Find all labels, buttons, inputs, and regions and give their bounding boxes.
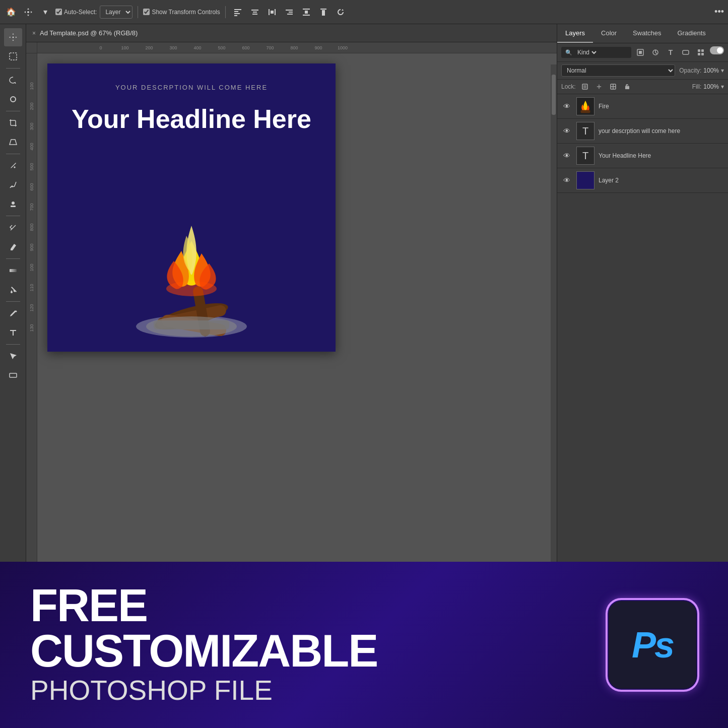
ruler-mark-800: 800 bbox=[282, 45, 306, 50]
filter-kind-select[interactable]: Kind bbox=[575, 48, 598, 56]
layer-item-description[interactable]: 👁 T your descrption will come here bbox=[557, 119, 728, 144]
layer-thumbnail-description: T bbox=[576, 122, 594, 140]
autoselect-label[interactable]: Auto-Select: bbox=[55, 9, 97, 16]
promo-customizable-text: CUSTOMIZABLE bbox=[30, 628, 587, 674]
layers-filter-row: 🔍 Kind T bbox=[557, 43, 728, 62]
crop-tool[interactable] bbox=[4, 114, 22, 132]
tab-color[interactable]: Color bbox=[593, 24, 625, 43]
path-selection-tool[interactable] bbox=[4, 347, 22, 365]
tab-swatches[interactable]: Swatches bbox=[625, 24, 669, 43]
layer-visibility-headline[interactable]: 👁 bbox=[561, 150, 572, 161]
lock-all-icon[interactable] bbox=[622, 82, 632, 92]
ruler-mark-1000: 1000 bbox=[330, 45, 355, 50]
svg-rect-15 bbox=[305, 11, 308, 14]
svg-rect-43 bbox=[583, 85, 586, 88]
svg-point-24 bbox=[15, 311, 17, 312]
transform-controls-label[interactable]: Show Transform Controls bbox=[143, 9, 220, 16]
tab-gradients[interactable]: Gradients bbox=[669, 24, 713, 43]
ruler-mark-500: 500 bbox=[210, 45, 234, 50]
type-tool[interactable] bbox=[4, 323, 22, 342]
lock-position-icon[interactable] bbox=[594, 82, 604, 92]
rectangular-marquee-tool[interactable] bbox=[4, 47, 22, 65]
tab-layers[interactable]: Layers bbox=[557, 24, 593, 43]
svg-rect-35 bbox=[639, 51, 642, 54]
svg-rect-4 bbox=[251, 10, 258, 11]
svg-rect-22 bbox=[11, 206, 16, 207]
psd-description-text: YOUR DESCRPTION WILL COME HERE bbox=[47, 84, 336, 91]
filter-adjustment-icon[interactable] bbox=[649, 46, 661, 58]
opacity-row: Opacity: 100% ▾ bbox=[679, 67, 724, 74]
fill-arrow[interactable]: ▾ bbox=[721, 83, 724, 90]
svg-rect-14 bbox=[303, 15, 310, 16]
svg-rect-6 bbox=[252, 14, 257, 15]
align-top-icon[interactable] bbox=[316, 5, 330, 19]
filter-type-icon[interactable]: T bbox=[665, 46, 677, 58]
align-left-icon[interactable] bbox=[231, 5, 245, 19]
arrow-down-icon[interactable]: ▾ bbox=[38, 5, 52, 19]
move-tool-icon[interactable] bbox=[21, 5, 35, 19]
align-right-icon[interactable] bbox=[282, 5, 296, 19]
tool-separator-5 bbox=[6, 258, 20, 259]
move-tool[interactable] bbox=[4, 28, 22, 46]
layer-item-headline[interactable]: 👁 T Your Headline Here bbox=[557, 144, 728, 168]
lock-pixels-icon[interactable] bbox=[580, 82, 590, 92]
canvas-content: YOUR DESCRPTION WILL COME HERE Your Head… bbox=[47, 63, 336, 352]
psd-canvas[interactable]: YOUR DESCRPTION WILL COME HERE Your Head… bbox=[47, 63, 336, 352]
svg-rect-16 bbox=[320, 9, 326, 10]
promo-photoshop-text: PHOTOSHOP FILE bbox=[30, 674, 587, 707]
tool-separator bbox=[6, 68, 20, 69]
autoselect-checkbox[interactable] bbox=[55, 9, 62, 15]
layer-visibility-description[interactable]: 👁 bbox=[561, 125, 572, 137]
panel-tabs: Layers Color Swatches Gradients bbox=[557, 24, 728, 43]
perspective-tool[interactable] bbox=[4, 133, 22, 151]
history-brush-tool[interactable] bbox=[4, 219, 22, 237]
ruler-mark-0: 0 bbox=[89, 45, 113, 50]
svg-rect-41 bbox=[701, 53, 704, 55]
filter-smart-icon[interactable] bbox=[695, 46, 707, 58]
layer-item-fire[interactable]: 👁 Fire bbox=[557, 94, 728, 119]
lock-label: Lock: bbox=[561, 83, 576, 90]
opacity-value: 100% bbox=[703, 67, 719, 74]
tool-separator-3 bbox=[6, 154, 20, 154]
canvas-scrollbar-thumb[interactable] bbox=[552, 75, 556, 115]
blend-mode-select[interactable]: Normal bbox=[561, 64, 675, 77]
spot-healing-tool[interactable] bbox=[4, 157, 22, 175]
svg-rect-12 bbox=[287, 14, 293, 15]
document-tab-name: Ad Template.psd @ 67% (RGB/8) bbox=[40, 29, 138, 37]
layer-name-fire: Fire bbox=[599, 103, 724, 110]
svg-rect-23 bbox=[10, 269, 17, 272]
toolbar-separator bbox=[138, 6, 138, 18]
filter-shape-icon[interactable] bbox=[680, 46, 692, 58]
filter-pixel-icon[interactable] bbox=[634, 46, 646, 58]
paint-bucket-tool[interactable] bbox=[4, 281, 22, 299]
more-options-icon[interactable]: ••• bbox=[714, 7, 724, 17]
spacing-icon[interactable] bbox=[299, 5, 313, 19]
brush-tool[interactable] bbox=[4, 176, 22, 194]
close-document-icon[interactable]: × bbox=[32, 30, 36, 37]
svg-point-18 bbox=[12, 37, 14, 38]
eraser-tool[interactable] bbox=[4, 238, 22, 256]
layer-item-layer2[interactable]: 👁 Layer 2 bbox=[557, 168, 728, 193]
svg-rect-5 bbox=[253, 12, 257, 13]
lasso-tool[interactable] bbox=[4, 71, 22, 89]
layer-select[interactable]: Layer bbox=[100, 6, 133, 19]
transform-checkbox[interactable] bbox=[143, 9, 150, 15]
layer-visibility-fire[interactable]: 👁 bbox=[561, 101, 572, 112]
gradient-tool[interactable] bbox=[4, 261, 22, 280]
quick-selection-tool[interactable] bbox=[4, 90, 22, 108]
rotate-icon[interactable] bbox=[334, 5, 348, 19]
layer-visibility-layer2[interactable]: 👁 bbox=[561, 175, 572, 186]
psd-fire-image bbox=[121, 190, 262, 342]
align-center-icon[interactable] bbox=[248, 5, 262, 19]
stamp-tool[interactable] bbox=[4, 195, 22, 213]
pen-tool[interactable] bbox=[4, 304, 22, 322]
filter-toggle[interactable] bbox=[710, 46, 724, 54]
fill-label: Fill: bbox=[692, 83, 702, 90]
home-icon[interactable]: 🏠 bbox=[4, 5, 18, 19]
layers-search-box[interactable]: 🔍 Kind bbox=[561, 47, 631, 58]
opacity-arrow[interactable]: ▾ bbox=[721, 67, 724, 74]
rectangle-tool[interactable] bbox=[4, 366, 22, 384]
lock-artboard-icon[interactable] bbox=[608, 82, 618, 92]
tool-separator-6 bbox=[6, 301, 20, 302]
distribute-icon[interactable] bbox=[265, 5, 279, 19]
